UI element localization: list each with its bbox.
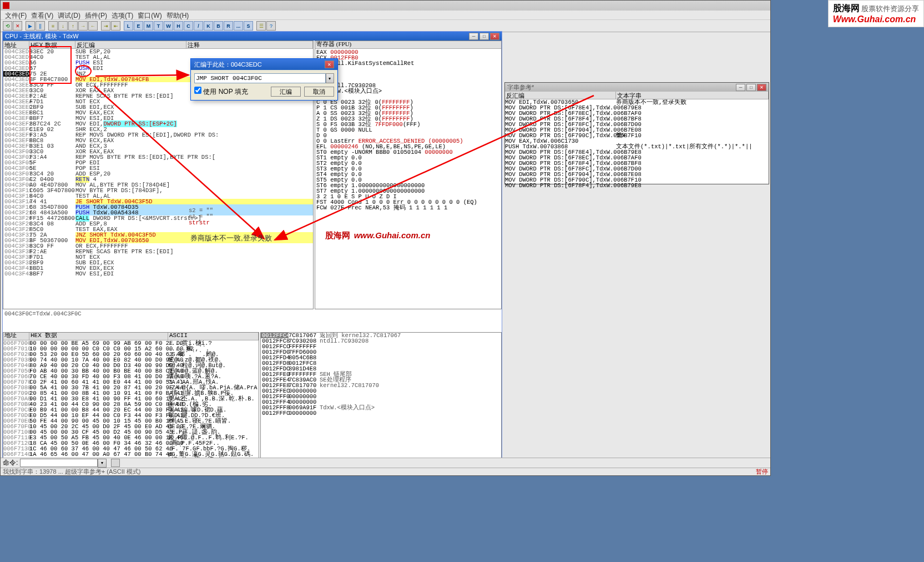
toolbar-B[interactable]: B [214, 21, 223, 31]
menu-file[interactable]: 文件(F) [3, 11, 29, 19]
ref-close-icon[interactable]: ✕ [757, 84, 766, 91]
watermark-corner: 股海网 股票软件资源分享 Www.Guhai.com.cn [828, 0, 924, 27]
toolbar-step1[interactable]: ≡ [48, 21, 58, 31]
menu-view[interactable]: 查看(V) [29, 11, 55, 19]
ref-body[interactable]: MOV EDI,TdxW.00703650券商版本不一致,登录失败MOV DWO… [505, 99, 769, 188]
cmd-label: 命令: [3, 458, 18, 468]
toolbar-step3[interactable]: ↑ [68, 21, 78, 31]
command-input[interactable] [20, 459, 98, 467]
cpu-close-icon[interactable]: ✕ [490, 33, 499, 40]
asm-dropdown-icon[interactable]: ▾ [326, 73, 334, 83]
menu-options[interactable]: 选项(T) [109, 11, 135, 19]
disasm-col-comment[interactable]: 注释 [186, 41, 313, 48]
registers-header: 寄存器 (FPU) [315, 41, 501, 49]
toolbar-C[interactable]: C [184, 21, 193, 31]
asm-close-icon[interactable]: ✕ [325, 61, 334, 68]
menu-plugins[interactable]: 插件(P) [83, 11, 109, 19]
comment-hint: s2 = "" s1 = "" strstr [189, 208, 213, 226]
toolbar-dots[interactable]: ... [234, 21, 243, 31]
cpu-titlebar[interactable]: CPU - 主线程, 模块 - TdxW ─ □ ✕ [3, 32, 502, 41]
asm-nop-checkbox-label[interactable]: 使用 NOP 填充 [194, 87, 248, 97]
menu-debug[interactable]: 调试(D) [55, 11, 83, 19]
cpu-minimize-icon[interactable]: ─ [469, 33, 478, 40]
ref-header: 反汇编 文本字串 [505, 92, 769, 99]
toolbar-M[interactable]: M [144, 21, 153, 31]
toolbar-extra2[interactable]: ? [266, 21, 276, 31]
assemble-dialog: 汇编于此处：004C3EDC ✕ ▾ 使用 NOP 填充 汇编 取消 [190, 58, 338, 101]
toolbar: ⟲ ✕ ▶ || ≡ ↓ ↑ → ← ⇥ ⇤ L E M T W H C / K… [1, 20, 770, 32]
disasm-col-hex[interactable]: HEX 数据 [29, 41, 75, 48]
main-titlebar [1, 1, 770, 11]
toolbar-close[interactable]: ✕ [13, 21, 22, 31]
toolbar-K[interactable]: K [204, 21, 213, 31]
asm-nop-checkbox[interactable] [194, 87, 201, 94]
registers-pane[interactable]: 寄存器 (FPU) EAX 00000000ECX 0012FFB0 F4 nt… [315, 41, 502, 309]
toolbar-restart[interactable]: ⟲ [3, 21, 12, 31]
toolbar-out[interactable]: ⇤ [111, 21, 120, 31]
asm-cancel-button[interactable]: 取消 [304, 87, 334, 97]
watermark-center: 股海网 www.Guhai.com.cn [325, 230, 430, 241]
annotation-text: 券商版本不一致,登录失败 [190, 233, 272, 243]
menu-help[interactable]: 帮助(H) [164, 11, 191, 19]
statusbar: 我找到字串：13978 ... 超级字串参考+ (ASCII 模式) 暂停 [1, 468, 770, 475]
toolbar-pause[interactable]: || [36, 21, 45, 31]
ref-col-disasm[interactable]: 反汇编 [505, 92, 616, 99]
toolbar-S[interactable]: S [244, 21, 253, 31]
toolbar-E[interactable]: E [134, 21, 143, 31]
dump-body: 006F700000 00 00 00 BE A5 69 00 99 AB 69… [3, 340, 259, 474]
string-ref-window: 字串参考* ─ □ ✕ 反汇编 文本字串 MOV EDI,TdxW.007036… [504, 82, 769, 184]
disasm-col-addr[interactable]: 地址 [3, 41, 29, 48]
dump-col-ascii[interactable]: ASCII [168, 333, 259, 340]
status-text: 我找到字串：13978 ... 超级字串参考+ (ASCII 模式) [3, 468, 140, 476]
asm-instruction-input[interactable] [194, 73, 326, 83]
cpu-maximize-icon[interactable]: □ [479, 33, 489, 40]
toolbar-T[interactable]: T [154, 21, 163, 31]
toolbar-slash[interactable]: / [194, 21, 203, 31]
ref-titlebar[interactable]: 字串参考* ─ □ ✕ [505, 83, 769, 92]
dump-col-hex[interactable]: HEX 数据 [29, 333, 168, 340]
dump-col-addr[interactable]: 地址 [3, 333, 29, 340]
dump-header: 地址 HEX 数据 ASCII [3, 333, 259, 340]
toolbar-step2[interactable]: ↓ [58, 21, 68, 31]
menu-window[interactable]: 窗口(W) [135, 11, 164, 19]
stack-body: 0012FFC47C817067返回到 kernel32.7C817067001… [261, 333, 501, 416]
cmd-dropdown-icon[interactable]: ▾ [98, 459, 107, 468]
ref-maximize-icon[interactable]: □ [746, 84, 756, 91]
ref-col-text[interactable]: 文本字串 [616, 92, 769, 99]
toolbar-step5[interactable]: ← [88, 21, 98, 31]
stack-pane[interactable]: 0012FFC47C817067返回到 kernel32.7C817067001… [260, 332, 502, 474]
cpu-title-text: CPU - 主线程, 模块 - TdxW [5, 32, 79, 41]
toolbar-extra1[interactable]: ☰ [256, 21, 266, 31]
toolbar-step4[interactable]: → [78, 21, 88, 31]
asm-ok-button[interactable]: 汇编 [271, 87, 301, 97]
registers-body: EAX 00000000ECX 0012FFB0 F4 ntdll.KiFast… [315, 49, 501, 211]
toolbar-H[interactable]: H [174, 21, 183, 31]
ref-minimize-icon[interactable]: ─ [736, 84, 745, 91]
toolbar-L[interactable]: L [124, 21, 133, 31]
command-bar: 命令: ▾ [1, 458, 770, 468]
toolbar-R[interactable]: R [224, 21, 233, 31]
asm-dialog-title[interactable]: 汇编于此处：004C3EDC ✕ [191, 59, 337, 70]
app-icon [3, 2, 9, 9]
toolbar-into[interactable]: ⇥ [101, 21, 110, 31]
disasm-status-line: 004C3F0C=TdxW.004C3F0C [3, 310, 314, 318]
disasm-col-asm[interactable]: 反汇编 [75, 41, 186, 48]
dump-pane[interactable]: 地址 HEX 数据 ASCII 006F700000 00 00 00 BE A… [3, 332, 259, 474]
status-paused: 暂停 [756, 468, 768, 476]
toolbar-run[interactable]: ▶ [26, 21, 35, 31]
toolbar-W[interactable]: W [164, 21, 173, 31]
disasm-header: 地址 HEX 数据 反汇编 注释 [3, 41, 313, 49]
cmd-button[interactable] [111, 459, 120, 467]
menubar: 文件(F) 查看(V) 调试(D) 插件(P) 选项(T) 窗口(W) 帮助(H… [1, 11, 770, 20]
